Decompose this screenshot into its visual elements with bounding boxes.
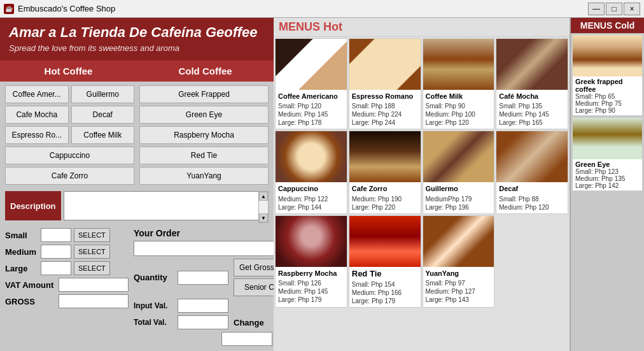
window-controls: — □ × xyxy=(588,3,640,15)
espresso-romano-img xyxy=(349,39,421,90)
small-label: Small xyxy=(5,231,38,240)
btn-coffee-milk[interactable]: Coffee Milk xyxy=(71,126,135,144)
small-select-btn[interactable]: SELECT xyxy=(74,228,110,242)
menu-item-yuan-yang[interactable]: YuanYang Small: Php 97Medium: Php 127Lar… xyxy=(423,215,495,308)
gross-input[interactable] xyxy=(59,294,129,308)
shop-subtitle: Spread the love from its sweetness and a… xyxy=(9,43,265,53)
coffee-americano-name: Coffee Americano xyxy=(278,92,344,101)
right-panel: MENUS Hot Coffee Americano Small: Php 12… xyxy=(274,18,644,351)
hot-buttons-col: Coffee Amer... Guillermo Cafe Mocha Deca… xyxy=(5,85,134,185)
coffee-americano-price: Small: Php 120Medium: Php 145Large: Php … xyxy=(278,102,344,127)
btn-guillermo[interactable]: Guillermo xyxy=(71,85,135,103)
window-title: Embuscado's Coffee Shop xyxy=(18,4,115,13)
medium-label: Medium xyxy=(5,247,38,257)
order-form: Small SELECT Medium SELECT Large SELECT xyxy=(0,226,274,351)
red-tie-name: Red Tie xyxy=(352,269,418,280)
raspberry-mocha-price: Small: Php 126Medium: Php 145Large: Php … xyxy=(278,279,344,304)
menu-item-espresso-romano[interactable]: Espresso Romano Small: Php 188Medium: Ph… xyxy=(349,38,421,129)
cafe-mocha-price: Small: Php 135Medium: Php 145Large: Php … xyxy=(499,102,565,127)
cappuccino-name: Cappuccino xyxy=(278,184,344,193)
gross-label: GROSS xyxy=(5,297,56,306)
input-val-input[interactable] xyxy=(178,299,228,313)
raspberry-mocha-name: Raspberry Mocha xyxy=(278,269,344,278)
close-button[interactable]: × xyxy=(624,3,640,15)
greek-frapped-img xyxy=(573,35,642,76)
coffee-milk-name: Coffee Milk xyxy=(426,92,492,101)
decaf-img xyxy=(496,131,568,182)
btn-cappuccino[interactable]: Cappuccino xyxy=(5,147,134,164)
cold-menus-panel: MENUS Cold Greek frapped coffee Small: P… xyxy=(571,18,644,351)
red-tie-price: Small: Php 154Medium: Php 166Large: Php … xyxy=(352,280,418,305)
cold-menus-header: MENUS Cold xyxy=(571,18,644,33)
btn-cafe-mocha[interactable]: Cafe Mocha xyxy=(5,106,69,124)
coffee-milk-img xyxy=(423,39,494,90)
cafe-zorro-price: Medium: Php 190Large: Php 220 xyxy=(352,195,418,211)
cappuccino-price: Medium: Php 122Large: Php 144 xyxy=(278,195,344,211)
menu-item-cafe-mocha[interactable]: Café Mocha Small: Php 135Medium: Php 145… xyxy=(496,38,568,129)
menu-item-raspberry-mocha[interactable]: Raspberry Mocha Small: Php 126Medium: Ph… xyxy=(275,215,347,308)
shop-title: Amar a La Tienda De Cafeína Geoffee xyxy=(9,24,265,41)
description-row: Description ▲ ▼ xyxy=(0,189,274,226)
description-textarea[interactable] xyxy=(64,191,269,220)
tab-cold-coffee[interactable]: Cold Coffee xyxy=(137,61,274,82)
app-icon: ☕ xyxy=(4,4,14,14)
btn-raspberry-mocha[interactable]: Raspberry Mocha xyxy=(139,126,269,144)
maximize-button[interactable]: □ xyxy=(606,3,622,15)
menu-item-cappuccino[interactable]: Cappuccino Medium: Php 122Large: Php 144 xyxy=(275,131,347,213)
green-eye-img xyxy=(573,118,642,159)
change-label-text: Change xyxy=(234,318,264,327)
scroll-up-btn[interactable]: ▲ xyxy=(259,192,268,201)
menu-item-decaf[interactable]: Decaf Small: Php 88Medium: Php 120 xyxy=(496,131,568,213)
hot-label: Hot xyxy=(323,20,342,33)
description-scrollbar: ▲ ▼ xyxy=(258,191,269,223)
raspberry-mocha-img xyxy=(276,216,347,267)
btn-cafe-zorro[interactable]: Cafe Zorro xyxy=(5,167,134,185)
total-val-input[interactable] xyxy=(178,315,228,329)
large-input[interactable] xyxy=(41,261,71,275)
greek-frapped-price: Small: Php 65Medium: Php 75Large: Php 90 xyxy=(575,93,640,114)
description-label: Description xyxy=(5,191,61,220)
large-label: Large xyxy=(5,264,38,273)
change-input[interactable] xyxy=(221,332,272,346)
vat-input[interactable] xyxy=(59,278,129,292)
btn-yuan-yang[interactable]: YuanYang xyxy=(139,167,269,185)
menu-item-guillermo[interactable]: Guillermo MediumPhp 179Large: Php 196 xyxy=(423,131,495,213)
guillermo-name: Guillermo xyxy=(426,184,492,193)
cappuccino-img xyxy=(276,131,347,182)
btn-coffee-amer[interactable]: Coffee Amer... xyxy=(5,85,69,103)
medium-select-btn[interactable]: SELECT xyxy=(74,245,110,259)
btn-green-eye[interactable]: Green Eye xyxy=(139,106,269,124)
btn-decaf[interactable]: Decaf xyxy=(71,106,135,124)
scroll-down-btn[interactable]: ▼ xyxy=(259,213,268,222)
menu-item-coffee-milk[interactable]: Coffee Milk Small: Php 90Medium: Php 100… xyxy=(423,38,495,129)
cafe-zorro-img xyxy=(349,131,421,182)
total-val-label: Total Val. xyxy=(134,318,175,327)
menu-item-greek-frapped[interactable]: Greek frapped coffee Small: Php 65Medium… xyxy=(572,34,643,116)
medium-input[interactable] xyxy=(41,245,71,259)
menu-item-cafe-zorro[interactable]: Cafe Zorro Medium: Php 190Large: Php 220 xyxy=(349,131,421,213)
description-wrapper: ▲ ▼ xyxy=(64,191,269,223)
menu-item-coffee-americano[interactable]: Coffee Americano Small: Php 120Medium: P… xyxy=(275,38,347,129)
btn-espresso-ro[interactable]: Espresso Ro... xyxy=(5,126,69,144)
guillermo-price: MediumPhp 179Large: Php 196 xyxy=(426,195,492,211)
tab-hot-coffee[interactable]: Hot Coffee xyxy=(0,61,137,82)
espresso-romano-name: Espresso Romano xyxy=(352,92,418,101)
yuan-yang-name: YuanYang xyxy=(426,269,492,278)
menu-item-green-eye-cold[interactable]: Green Eye Small: Php 123Medium: Php 135L… xyxy=(572,117,643,191)
guillermo-img xyxy=(423,131,494,182)
small-input[interactable] xyxy=(41,228,71,242)
green-eye-name: Green Eye xyxy=(575,161,640,168)
menu-item-red-tie[interactable]: Red Tie Small: Php 154Medium: Php 166Lar… xyxy=(349,215,421,308)
cold-buttons-col: Greek Frapped Green Eye Raspberry Mocha … xyxy=(139,85,269,185)
title-bar: ☕ Embuscado's Coffee Shop — □ × xyxy=(0,0,644,18)
btn-greek-frapped[interactable]: Greek Frapped xyxy=(139,85,269,103)
minimize-button[interactable]: — xyxy=(588,3,605,15)
btn-red-tie[interactable]: Red Tie xyxy=(139,147,269,164)
decaf-price: Small: Php 88Medium: Php 120 xyxy=(499,195,565,211)
left-panel: Amar a La Tienda De Cafeína Geoffee Spre… xyxy=(0,18,274,351)
quantity-input[interactable] xyxy=(178,271,228,285)
yuan-yang-price: Small: Php 97Medium: Php 127Large: Php 1… xyxy=(426,279,492,304)
large-select-btn[interactable]: SELECT xyxy=(74,261,110,275)
coffee-americano-img xyxy=(276,39,347,90)
input-val-label: Input Val. xyxy=(134,301,175,310)
